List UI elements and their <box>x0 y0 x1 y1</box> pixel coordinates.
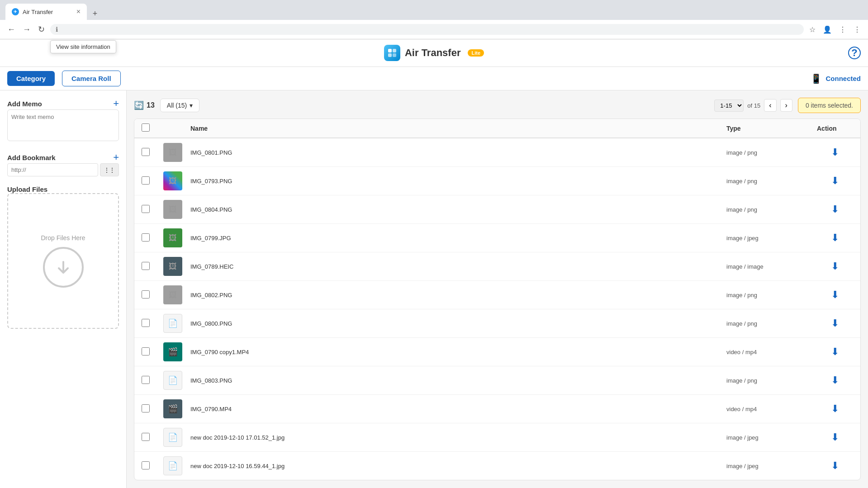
file-action: ⬇ <box>817 204 853 215</box>
add-bookmark-btn[interactable]: + <box>113 152 119 163</box>
file-checkbox-0[interactable] <box>142 148 150 156</box>
download-btn-1[interactable]: ⬇ <box>831 175 839 187</box>
row-thumbnail: 📄 <box>163 428 190 447</box>
file-checkbox-9[interactable] <box>142 404 150 412</box>
reload-btn[interactable]: ↻ <box>36 23 47 36</box>
svg-rect-3 <box>393 53 396 57</box>
download-btn-0[interactable]: ⬇ <box>831 147 839 158</box>
file-name: IMG_0802.PNG <box>190 292 726 298</box>
forward-btn[interactable]: → <box>21 23 33 36</box>
download-btn-8[interactable]: ⬇ <box>831 374 839 386</box>
row-checkbox[interactable] <box>142 347 163 357</box>
file-type: image / png <box>726 178 817 185</box>
download-btn-9[interactable]: ⬇ <box>831 403 839 415</box>
connected-label: Connected <box>825 75 861 82</box>
file-checkbox-5[interactable] <box>142 290 150 298</box>
select-all-checkbox[interactable] <box>142 123 150 132</box>
header-name-col: Name <box>190 125 726 132</box>
row-thumbnail: 🖼 <box>163 143 190 162</box>
file-checkbox-6[interactable] <box>142 319 150 327</box>
prev-page-btn[interactable]: ‹ <box>764 99 776 112</box>
camera-roll-tab[interactable]: Camera Roll <box>62 71 121 86</box>
upload-files-section: Upload Files Drop Files Here <box>7 185 119 329</box>
header-action-col: Action <box>817 125 853 132</box>
row-thumbnail: 📄 <box>163 456 190 475</box>
file-name: IMG_0789.HEIC <box>190 263 726 270</box>
file-name: IMG_0801.PNG <box>190 149 726 156</box>
app-badge: Lite <box>468 49 484 57</box>
file-checkbox-11[interactable] <box>142 461 150 469</box>
download-btn-6[interactable]: ⬇ <box>831 317 839 329</box>
refresh-icon[interactable]: 🔄 <box>134 100 144 110</box>
tab-close-btn[interactable]: × <box>76 8 81 15</box>
row-checkbox[interactable] <box>142 262 163 271</box>
row-checkbox[interactable] <box>142 205 163 214</box>
bookmark-input[interactable] <box>7 163 98 176</box>
file-type: image / jpeg <box>726 235 817 242</box>
file-action: ⬇ <box>817 374 853 386</box>
row-checkbox[interactable] <box>142 376 163 385</box>
download-btn-3[interactable]: ⬇ <box>831 232 839 244</box>
file-checkbox-1[interactable] <box>142 176 150 185</box>
toolbar-icons: ☆ 👤 ⋮ ⋮ <box>807 24 863 36</box>
download-btn-4[interactable]: ⬇ <box>831 261 839 272</box>
memo-textarea[interactable] <box>7 109 119 141</box>
next-page-btn[interactable]: › <box>780 99 792 112</box>
download-btn-11[interactable]: ⬇ <box>831 460 839 472</box>
file-action: ⬇ <box>817 232 853 244</box>
refresh-section[interactable]: 🔄 13 <box>134 100 155 110</box>
new-tab-btn[interactable]: + <box>89 7 101 20</box>
download-btn-7[interactable]: ⬇ <box>831 346 839 358</box>
row-thumbnail: 🖼 <box>163 171 190 190</box>
download-btn-2[interactable]: ⬇ <box>831 204 839 215</box>
file-checkbox-4[interactable] <box>142 262 150 270</box>
browser-tab-active[interactable]: ✈ Air Transfer × <box>5 4 87 20</box>
file-type: video / mp4 <box>726 406 817 412</box>
svg-rect-0 <box>388 49 392 52</box>
row-checkbox[interactable] <box>142 148 163 157</box>
file-action: ⬇ <box>817 403 853 415</box>
file-checkbox-7[interactable] <box>142 347 150 355</box>
row-checkbox[interactable] <box>142 290 163 300</box>
more-menu-btn[interactable]: ⋮ <box>852 24 863 36</box>
row-checkbox[interactable] <box>142 319 163 328</box>
file-checkbox-3[interactable] <box>142 233 150 242</box>
file-checkbox-8[interactable] <box>142 376 150 384</box>
upload-files-title: Upload Files <box>7 185 119 193</box>
row-checkbox[interactable] <box>142 176 163 186</box>
table-row: 📄 IMG_0800.PNG image / png ⬇ <box>134 309 860 338</box>
file-checkbox-2[interactable] <box>142 205 150 213</box>
row-thumbnail: 🖼 <box>163 200 190 219</box>
selected-banner: 0 items selected. <box>798 98 861 113</box>
row-checkbox[interactable] <box>142 404 163 414</box>
file-type: image / png <box>726 377 817 384</box>
file-type: image / png <box>726 320 817 327</box>
row-checkbox[interactable] <box>142 461 163 471</box>
category-tab[interactable]: Category <box>7 71 55 86</box>
filter-dropdown[interactable]: All (15) ▾ <box>160 99 199 112</box>
file-checkbox-10[interactable] <box>142 433 150 441</box>
bookmark-star-btn[interactable]: ☆ <box>807 24 817 36</box>
address-bar[interactable]: ℹ View site information <box>50 24 804 35</box>
add-memo-btn[interactable]: + <box>113 98 119 109</box>
bookmark-go-btn[interactable]: ⋮⋮ <box>100 163 119 176</box>
file-name: new doc 2019-12-10 16.59.44_1.jpg <box>190 463 726 469</box>
svg-rect-1 <box>393 49 396 52</box>
row-thumbnail: 🎬 <box>163 342 190 361</box>
back-btn[interactable]: ← <box>5 23 17 36</box>
connected-status: 📱 Connected <box>811 73 861 84</box>
content-area: 🔄 13 All (15) ▾ 1-15 of 15 ‹ › 0 items s… <box>127 90 868 488</box>
page-range-select[interactable]: 1-15 <box>714 99 744 112</box>
help-icon[interactable]: ? <box>848 47 861 59</box>
upload-dropzone[interactable]: Drop Files Here <box>7 193 119 329</box>
address-input[interactable] <box>62 26 798 33</box>
row-checkbox[interactable] <box>142 233 163 243</box>
account-btn[interactable]: 👤 <box>821 24 834 36</box>
add-memo-title: Add Memo + <box>7 98 119 109</box>
download-btn-10[interactable]: ⬇ <box>831 431 839 443</box>
row-thumbnail: 🖼 <box>163 228 190 247</box>
download-btn-5[interactable]: ⬇ <box>831 289 839 301</box>
extensions-btn[interactable]: ⋮ <box>837 24 848 36</box>
file-toolbar: 🔄 13 All (15) ▾ 1-15 of 15 ‹ › 0 items s… <box>134 98 861 113</box>
row-checkbox[interactable] <box>142 433 163 442</box>
